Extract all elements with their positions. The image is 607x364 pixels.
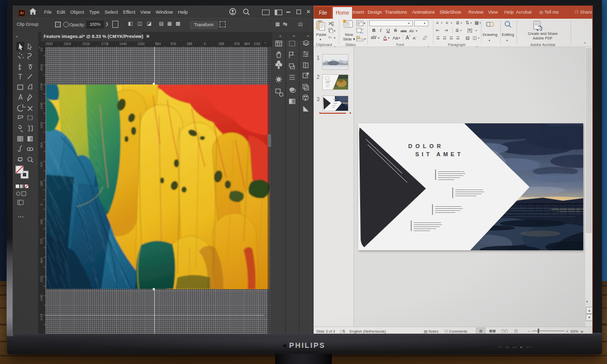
svg-text:1440: 1440 bbox=[40, 102, 43, 109]
svg-text:1152: 1152 bbox=[40, 121, 43, 128]
svg-text:«: « bbox=[279, 34, 282, 38]
svg-text:2016: 2016 bbox=[40, 64, 43, 71]
svg-text:«: « bbox=[16, 34, 18, 39]
svg-text:576: 576 bbox=[40, 161, 43, 167]
svg-text:864: 864 bbox=[40, 142, 43, 148]
svg-text:864: 864 bbox=[40, 257, 43, 263]
svg-text:1728: 1728 bbox=[40, 83, 43, 90]
svg-text:576: 576 bbox=[40, 238, 43, 244]
svg-text:0: 0 bbox=[40, 203, 43, 205]
svg-text:«: « bbox=[293, 34, 295, 38]
svg-text:288: 288 bbox=[40, 180, 43, 186]
svg-text:1728: 1728 bbox=[40, 313, 43, 321]
svg-text:1152: 1152 bbox=[40, 275, 43, 282]
svg-text:1440: 1440 bbox=[40, 294, 43, 301]
svg-text:«: « bbox=[307, 34, 310, 38]
svg-text:288: 288 bbox=[40, 219, 43, 224]
